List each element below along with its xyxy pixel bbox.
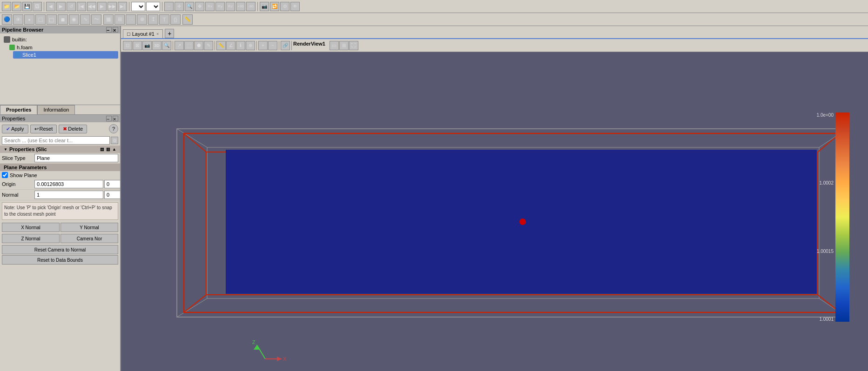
curve2-icon[interactable]: 〜 <box>91 14 101 25</box>
cube-solid-icon[interactable]: ■ <box>58 14 68 25</box>
camera-icon[interactable]: 📷 <box>260 2 269 11</box>
transform2-icon[interactable]: ⊗ <box>137 14 147 25</box>
gear-icon[interactable]: ⚙ <box>280 2 289 11</box>
text2-icon[interactable]: T <box>159 14 169 25</box>
resize1-icon[interactable]: ▭ <box>330 41 339 50</box>
eye2-icon[interactable]: 👁 <box>13 14 23 25</box>
z-normal-button[interactable]: Z Normal <box>2 234 60 243</box>
filters-icon[interactable]: ⊞ <box>114 14 125 25</box>
y-normal-button[interactable]: Y Normal <box>61 223 118 232</box>
minus90-icon[interactable]: -90 <box>246 2 256 11</box>
curve-icon[interactable]: ∿ <box>80 14 90 25</box>
tab-properties[interactable]: Properties <box>0 105 37 114</box>
pipeline-minimize-icon[interactable]: − <box>106 27 112 33</box>
cube-out-icon[interactable]: □ <box>35 14 46 25</box>
props-section-header[interactable]: ▼ Properties (Slic ▤ ▥ ▲ <box>0 146 120 153</box>
plus90-icon[interactable]: +90 <box>236 2 245 11</box>
pipeline-close-icon[interactable]: × <box>113 27 118 33</box>
rz-icon[interactable]: Rz <box>226 2 235 11</box>
normal-x-input[interactable] <box>34 191 103 199</box>
export-icon[interactable]: ↥ <box>148 14 158 25</box>
zoom-icon[interactable]: 🔍 <box>185 2 194 11</box>
search-input[interactable] <box>2 136 110 145</box>
x-normal-button[interactable]: X Normal <box>2 223 60 232</box>
representation-selector[interactable]: Surface <box>146 2 160 11</box>
rotate-x-icon[interactable]: ↔ <box>164 2 174 11</box>
cube-in-icon[interactable]: ◻ <box>47 14 57 25</box>
zoom-box-icon[interactable]: 🔍 <box>162 41 171 50</box>
layout-tab-1[interactable]: □ Layout #1 × <box>123 29 163 38</box>
interact-icon[interactable]: ↗ <box>175 41 184 50</box>
save-icon[interactable]: 💾 <box>22 2 32 11</box>
camera-normal-button[interactable]: Camera Nor <box>61 234 118 243</box>
braces-icon[interactable]: {} <box>170 14 181 25</box>
eye-icon[interactable]: 👁 <box>290 2 300 11</box>
next-icon[interactable]: ▶▶ <box>108 2 117 11</box>
select-icon[interactable]: ✛ <box>175 2 184 11</box>
last-icon[interactable]: ▶| <box>118 2 127 11</box>
forward-icon[interactable]: ▶ <box>56 2 66 11</box>
collapse-icon[interactable]: ▥ <box>106 147 110 152</box>
reset-camera-normal-button[interactable]: Reset Camera to Normal <box>2 245 118 254</box>
show-plane-checkbox[interactable] <box>2 172 8 178</box>
circle-icon[interactable]: ◉ <box>69 14 79 25</box>
origin-y-input[interactable] <box>104 180 120 188</box>
3d-toggle-icon[interactable]: 3D <box>152 41 161 50</box>
search-gear-icon[interactable]: ⚙ <box>111 137 118 144</box>
new-icon[interactable]: 🔵 <box>2 14 12 25</box>
polygon-select-icon[interactable]: ⬟ <box>194 41 203 50</box>
props-minimize-icon[interactable]: − <box>106 116 112 121</box>
slice-type-value[interactable] <box>34 154 118 162</box>
delete-camera-icon[interactable]: − <box>268 41 277 50</box>
origin-x-input[interactable] <box>34 180 103 188</box>
link-icon[interactable]: 🔗 <box>281 41 290 50</box>
plane-params-header[interactable]: Plane Parameters <box>0 164 120 171</box>
angle-icon[interactable]: ∠ <box>226 41 236 50</box>
tab-add-button[interactable]: + <box>165 29 174 38</box>
pipeline-item-slice1[interactable]: Slice1 <box>13 51 118 59</box>
cube-icon[interactable]: ▪ <box>24 14 34 25</box>
props-close-icon[interactable]: × <box>113 116 118 121</box>
screenshot2-icon[interactable]: 📷 <box>142 41 152 50</box>
play-icon[interactable]: ▶ <box>97 2 107 11</box>
rx-icon[interactable]: Rx <box>205 2 215 11</box>
pick-center-icon[interactable]: ⊕ <box>246 41 255 50</box>
camera-reset-icon[interactable]: ⊠ <box>133 41 142 50</box>
rubber-band-icon[interactable]: ⬚ <box>184 41 194 50</box>
prev-icon[interactable]: ◀◀ <box>87 2 96 11</box>
info-select-icon[interactable]: ℹ <box>236 41 245 50</box>
scroll-up-icon[interactable]: ▲ <box>112 147 116 152</box>
pipeline-item-hfoam[interactable]: h.foam <box>7 44 118 51</box>
loop-icon[interactable]: 🔁 <box>270 2 279 11</box>
properties-panel-header: Properties − × <box>0 115 120 122</box>
back-icon[interactable]: ◀ <box>46 2 55 11</box>
reset-data-bounds-button[interactable]: Reset to Data Bounds <box>2 255 118 265</box>
ruler-icon[interactable]: 📏 <box>182 14 193 25</box>
resize2-icon[interactable]: ⊞ <box>339 41 349 50</box>
first-icon[interactable]: |◀ <box>77 2 86 11</box>
scatter-icon[interactable]: ∷ <box>126 14 136 25</box>
delete-button[interactable]: ✖ Delete <box>59 125 87 133</box>
pipeline-item-builtin[interactable]: builtin: <box>2 35 118 44</box>
tab-close-icon[interactable]: × <box>156 32 159 36</box>
refresh-icon[interactable]: ↺ <box>67 2 76 11</box>
expand-icon[interactable]: ▤ <box>100 147 104 152</box>
ry-icon[interactable]: Ry <box>215 2 225 11</box>
add-camera-icon[interactable]: + <box>258 41 268 50</box>
ruler2-icon[interactable]: 📏 <box>216 41 226 50</box>
bar-chart-icon[interactable]: ▦ <box>103 14 114 25</box>
normal-y-input[interactable] <box>104 191 120 199</box>
tab-information[interactable]: Information <box>37 105 75 114</box>
cs-label-2: 1.0002 <box>817 180 834 186</box>
draw-icon[interactable]: ✎ <box>204 41 213 50</box>
file-icon[interactable]: 📁 <box>2 2 11 11</box>
pan-icon[interactable]: ✥ <box>195 2 204 11</box>
help-button[interactable]: ? <box>109 124 118 133</box>
screenshot-icon[interactable]: 🖼 <box>33 2 42 11</box>
maximize-icon[interactable]: ⛶ <box>349 41 358 50</box>
alpha-selector[interactable]: alpha.water <box>131 2 145 11</box>
folder-icon[interactable]: 📂 <box>12 2 21 11</box>
apply-button[interactable]: ✔ Apply <box>2 125 28 133</box>
camera-parallel-icon[interactable]: ⊡ <box>123 41 132 50</box>
reset-button[interactable]: ↩ Reset <box>30 125 57 133</box>
